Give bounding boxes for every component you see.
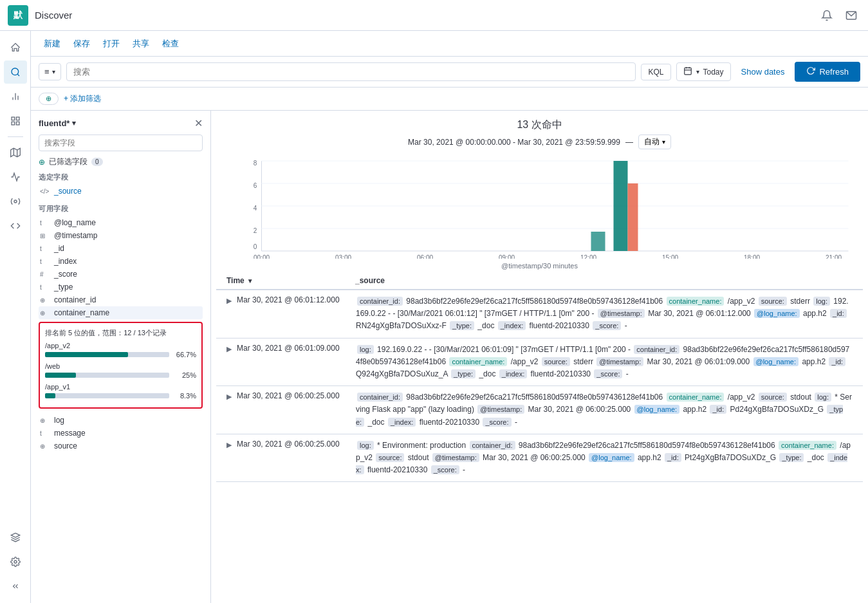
table-row[interactable]: ▶ Mar 30, 2021 @ 06:01:09.000 log: 192.1… xyxy=(216,339,863,387)
nav-separator xyxy=(8,136,23,137)
row-source: log: * Environment: production container… xyxy=(356,440,853,477)
svg-rect-40 xyxy=(591,232,605,251)
refresh-icon xyxy=(806,66,815,77)
index-chevron-icon: ▾ xyxy=(72,119,76,127)
source-type-icon: </> xyxy=(40,188,50,195)
svg-rect-8 xyxy=(12,122,15,125)
nav-icon-timelion[interactable] xyxy=(4,165,27,189)
svg-text:6: 6 xyxy=(254,182,257,189)
inspect-button[interactable]: 检查 xyxy=(157,35,184,52)
field-log[interactable]: ⊕ log xyxy=(39,414,203,427)
field-type-icon: ⊕ xyxy=(40,310,50,317)
histogram-chart: 8 6 4 2 0 xyxy=(241,156,858,259)
field-message[interactable]: t message xyxy=(39,427,203,440)
expand-icon[interactable]: ▶ xyxy=(226,297,232,305)
selected-field-source[interactable]: </> _source xyxy=(39,185,203,198)
svg-text:0: 0 xyxy=(254,243,257,250)
notification-icon[interactable] xyxy=(818,6,836,24)
field-timestamp[interactable]: ⊞ @timestamp xyxy=(39,229,203,242)
expand-icon[interactable]: ▶ xyxy=(226,393,232,401)
svg-rect-7 xyxy=(16,117,19,120)
svg-text:09:00: 09:00 xyxy=(499,254,515,259)
field-name: container_name xyxy=(54,308,109,317)
kql-button[interactable]: KQL xyxy=(641,64,670,80)
field-score[interactable]: # _score xyxy=(39,268,203,281)
chevron-down-date-icon: ▾ xyxy=(696,68,699,75)
row-source: log: 192.169.0.22 - - [30/Mar/2021 06:01… xyxy=(356,344,853,381)
search-input[interactable] xyxy=(66,62,636,81)
nav-icon-ml[interactable] xyxy=(4,190,27,213)
field-container-id[interactable]: ⊕ container_id xyxy=(39,293,203,306)
field-type-field[interactable]: t _type xyxy=(39,281,203,293)
svg-text:8: 8 xyxy=(254,160,257,167)
save-button[interactable]: 保存 xyxy=(68,35,95,52)
search-type-button[interactable]: ≡ ▾ xyxy=(39,63,61,80)
nav-icon-visualize[interactable] xyxy=(4,85,27,108)
field-container-name[interactable]: ⊕ container_name xyxy=(39,306,203,319)
svg-rect-6 xyxy=(12,117,15,120)
svg-text:06:00: 06:00 xyxy=(417,254,433,259)
nav-icon-dashboard[interactable] xyxy=(4,109,27,133)
row-time: Mar 30, 2021 @ 06:00:25.000 xyxy=(237,440,356,449)
field-name: container_id xyxy=(54,295,96,304)
new-button[interactable]: 新建 xyxy=(39,35,66,52)
svg-text:21:00: 21:00 xyxy=(826,254,842,259)
nav-icon-stack[interactable] xyxy=(4,526,27,549)
available-fields-label: 可用字段 xyxy=(39,204,203,214)
time-column-header[interactable]: Time ▼ xyxy=(226,276,355,285)
row-source: container_id: 98ad3b6bf22e96fe29ef26ca21… xyxy=(356,391,853,429)
field-name: _type xyxy=(54,283,73,292)
refresh-button[interactable]: Refresh xyxy=(795,62,860,82)
nav-icon-home[interactable] xyxy=(4,36,27,59)
date-picker-button[interactable]: ▾ Today xyxy=(676,62,731,81)
svg-line-2 xyxy=(17,74,19,76)
field-type-icon: ⊕ xyxy=(40,417,50,424)
expand-icon[interactable]: ▶ xyxy=(226,345,232,353)
left-nav xyxy=(0,31,31,603)
sidebar-close-icon[interactable]: ✕ xyxy=(194,117,203,129)
bar-row-web: /web 25% xyxy=(45,362,196,379)
svg-rect-38 xyxy=(614,161,628,251)
field-log-name[interactable]: t @log_name xyxy=(39,216,203,229)
collapse-icon[interactable] xyxy=(4,575,27,598)
field-type-icon: t xyxy=(40,258,50,265)
nav-icon-dev[interactable] xyxy=(4,214,27,237)
svg-text:18:00: 18:00 xyxy=(744,254,760,259)
table-row[interactable]: ▶ Mar 30, 2021 @ 06:00:25.000 log: * Env… xyxy=(216,434,863,483)
table-row[interactable]: ▶ Mar 30, 2021 @ 06:01:12.000 container_… xyxy=(216,290,863,339)
add-filter-button[interactable]: + 添加筛选 xyxy=(64,93,101,104)
auto-interval-button[interactable]: 自动 ▾ xyxy=(638,135,671,149)
open-button[interactable]: 打开 xyxy=(98,35,125,52)
table-row[interactable]: ▶ Mar 30, 2021 @ 06:00:25.000 container_… xyxy=(216,386,863,434)
field-source[interactable]: ⊕ source xyxy=(39,440,203,452)
share-button[interactable]: 共享 xyxy=(127,35,154,52)
svg-point-13 xyxy=(14,200,17,203)
nav-icon-maps[interactable] xyxy=(4,141,27,164)
chart-x-label: @timestamp/30 minutes xyxy=(221,262,858,270)
sort-icon: ▼ xyxy=(247,277,254,284)
calendar-icon xyxy=(683,66,692,77)
svg-text:4: 4 xyxy=(254,205,257,212)
search-type-icon: ≡ xyxy=(44,67,50,77)
field-name: @timestamp xyxy=(54,231,98,240)
show-dates-button[interactable]: Show dates xyxy=(736,64,790,79)
field-search-input[interactable] xyxy=(39,135,203,151)
nav-icon-discover[interactable] xyxy=(4,60,27,84)
field-sidebar: fluentd* ▾ ✕ ⊕ 已筛选字段 0 选定字段 </> _source … xyxy=(31,111,211,603)
nav-icon-settings[interactable] xyxy=(4,550,27,573)
row-time: Mar 30, 2021 @ 06:01:09.000 xyxy=(237,344,356,353)
mail-icon[interactable] xyxy=(842,6,860,24)
field-id[interactable]: t _id xyxy=(39,242,203,255)
expand-icon[interactable]: ▶ xyxy=(226,441,232,449)
bar-row-app-v1: /app_v1 8.3% xyxy=(45,383,196,400)
filtered-label: 已筛选字段 xyxy=(49,156,88,167)
index-title[interactable]: fluentd* ▾ xyxy=(39,118,76,128)
field-type-icon: ⊞ xyxy=(40,232,50,239)
filter-bar: ⊕ + 添加筛选 xyxy=(31,88,868,111)
filter-tag[interactable]: ⊕ xyxy=(39,93,59,105)
field-type-icon: # xyxy=(40,271,50,278)
field-index[interactable]: t _index xyxy=(39,255,203,268)
svg-text:2: 2 xyxy=(254,227,257,234)
row-time: Mar 30, 2021 @ 06:00:25.000 xyxy=(237,391,356,400)
row-source: container_id: 98ad3b6bf22e96fe29ef26ca21… xyxy=(356,295,853,333)
